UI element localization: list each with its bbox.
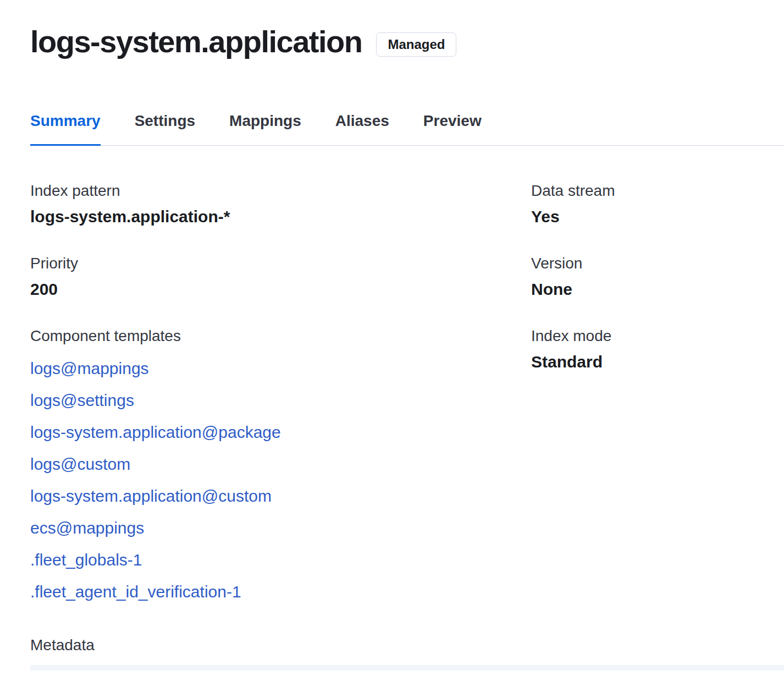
component-template-link[interactable]: ecs@mappings	[30, 512, 144, 544]
version-label: Version	[531, 255, 784, 272]
component-template-link[interactable]: logs@custom	[30, 448, 130, 480]
component-template-link[interactable]: logs@settings	[30, 385, 134, 416]
field-data-stream: Data stream Yes	[531, 182, 784, 226]
component-template-item: logs-system.application@package	[30, 416, 531, 448]
summary-content: Index pattern logs-system.application-* …	[30, 182, 784, 654]
field-index-mode: Index mode Standard	[531, 327, 784, 371]
tab-mappings[interactable]: Mappings	[229, 112, 301, 146]
component-templates-list: logs@mappings logs@settings logs-system.…	[30, 353, 531, 608]
tab-summary[interactable]: Summary	[30, 112, 101, 146]
component-template-item: logs@custom	[30, 448, 531, 480]
field-version: Version None	[531, 255, 784, 299]
tab-settings[interactable]: Settings	[135, 112, 195, 146]
template-details-page: logs-system.application Managed Summary …	[0, 0, 784, 671]
field-index-pattern: Index pattern logs-system.application-*	[30, 182, 531, 226]
data-stream-value: Yes	[531, 207, 784, 226]
component-template-link[interactable]: logs@mappings	[30, 353, 149, 385]
data-stream-label: Data stream	[531, 182, 784, 200]
managed-badge: Managed	[376, 32, 456, 57]
index-pattern-label: Index pattern	[30, 182, 531, 200]
component-template-item: .fleet_globals-1	[30, 544, 531, 576]
summary-right-column: Data stream Yes Version None Index mode …	[531, 182, 784, 654]
component-template-link[interactable]: .fleet_globals-1	[30, 544, 142, 576]
index-pattern-value: logs-system.application-*	[30, 207, 531, 226]
version-value: None	[531, 280, 784, 299]
index-mode-label: Index mode	[531, 327, 784, 345]
index-mode-value: Standard	[531, 353, 784, 371]
priority-label: Priority	[30, 255, 531, 272]
component-template-item: .fleet_agent_id_verification-1	[30, 576, 531, 608]
tab-bar: Summary Settings Mappings Aliases Previe…	[30, 112, 784, 146]
summary-left-column: Index pattern logs-system.application-* …	[30, 182, 531, 654]
priority-value: 200	[30, 280, 531, 299]
metadata-code-block	[30, 665, 784, 671]
component-template-item: logs@mappings	[30, 353, 531, 385]
component-template-link[interactable]: .fleet_agent_id_verification-1	[30, 576, 241, 608]
component-template-link[interactable]: logs-system.application@custom	[30, 480, 272, 512]
field-component-templates: Component templates logs@mappings logs@s…	[30, 327, 531, 608]
title-row: logs-system.application Managed	[30, 24, 456, 59]
metadata-label: Metadata	[30, 636, 531, 654]
component-template-item: ecs@mappings	[30, 512, 531, 544]
component-templates-label: Component templates	[30, 327, 531, 345]
component-template-link[interactable]: logs-system.application@package	[30, 416, 281, 448]
page-title: logs-system.application	[30, 24, 362, 59]
component-template-item: logs@settings	[30, 385, 531, 416]
component-template-item: logs-system.application@custom	[30, 480, 531, 512]
field-priority: Priority 200	[30, 255, 531, 299]
metadata-section: Metadata	[30, 636, 531, 654]
tab-aliases[interactable]: Aliases	[335, 112, 389, 146]
tab-preview[interactable]: Preview	[423, 112, 482, 146]
